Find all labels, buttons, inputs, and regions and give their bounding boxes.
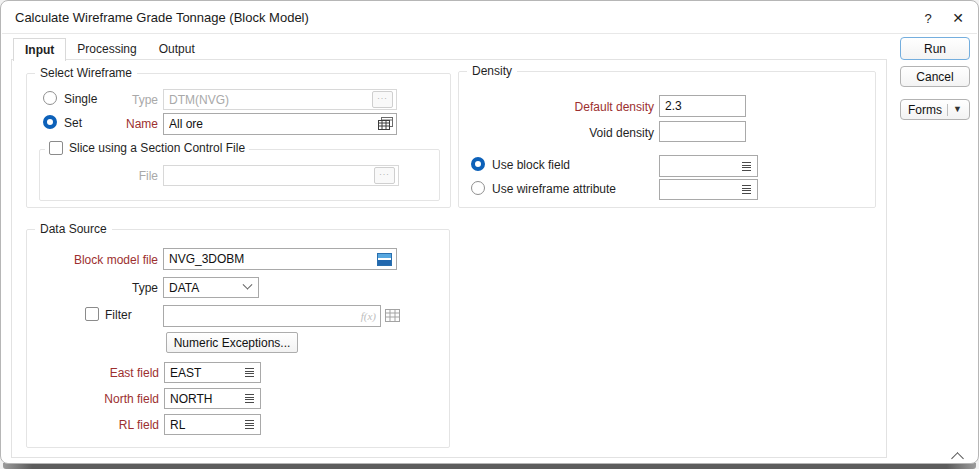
run-button[interactable]: Run [900, 37, 970, 60]
density-title: Density [467, 64, 517, 78]
forms-button-divider [947, 104, 948, 116]
dialog-title: Calculate Wireframe Grade Tonnage (Block… [15, 10, 309, 25]
forms-button[interactable]: Forms ▼ [900, 99, 970, 120]
tab-bar: Input Processing Output [13, 38, 206, 60]
screen: Calculate Wireframe Grade Tonnage (Block… [0, 0, 979, 469]
cancel-button[interactable]: Cancel [900, 66, 970, 87]
tab-output[interactable]: Output [148, 38, 206, 60]
data-source-title: Data Source [35, 222, 112, 236]
slice-checkbox[interactable] [49, 141, 63, 155]
close-icon[interactable]: ✕ [946, 7, 970, 29]
chevron-down-icon[interactable]: ▼ [953, 105, 962, 114]
tab-input[interactable]: Input [13, 38, 66, 61]
slice-checkbox-label: Slice using a Section Control File [69, 141, 245, 155]
tab-processing[interactable]: Processing [66, 38, 147, 60]
titlebar-separator [2, 33, 977, 34]
density-group: Density [458, 71, 876, 208]
data-source-group: Data Source [26, 229, 450, 448]
dialog-window: Calculate Wireframe Grade Tonnage (Block… [0, 0, 979, 464]
slice-subgroup: Slice using a Section Control File [39, 149, 440, 201]
help-icon[interactable]: ? [916, 7, 940, 29]
slice-legend: Slice using a Section Control File [45, 141, 249, 155]
collapse-chevron-icon[interactable] [952, 452, 964, 462]
select-wireframe-title: Select Wireframe [35, 66, 137, 80]
forms-button-label: Forms [908, 103, 942, 117]
